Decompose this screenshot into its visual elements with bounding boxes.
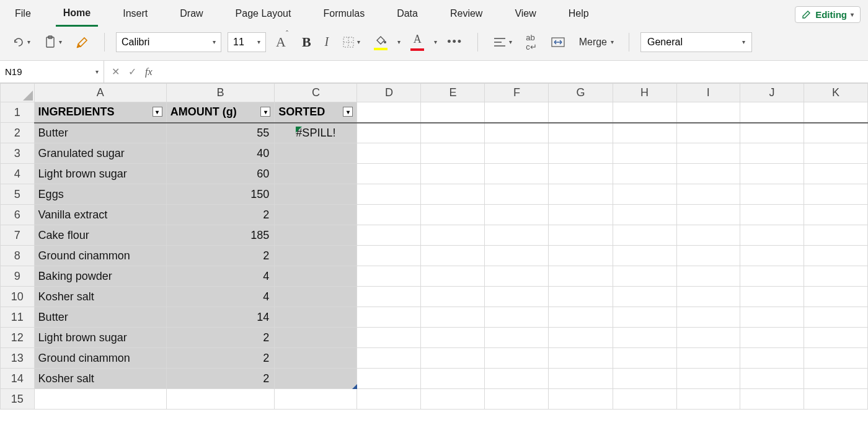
cell[interactable] (804, 225, 867, 246)
cell[interactable] (357, 123, 421, 143)
cell[interactable] (613, 184, 676, 205)
cell-amount[interactable]: 4 (166, 287, 275, 307)
cell[interactable] (357, 307, 421, 328)
cell[interactable] (34, 389, 166, 410)
cell[interactable] (421, 143, 485, 164)
cell-ingredient[interactable]: Butter (34, 123, 166, 143)
cell[interactable] (740, 184, 804, 205)
cell[interactable] (804, 369, 867, 389)
chevron-down-icon[interactable]: ▾ (397, 38, 401, 45)
cell-amount[interactable]: 14 (166, 307, 275, 328)
cell-amount[interactable]: 185 (166, 225, 275, 246)
name-box[interactable]: N19 ▾ (0, 61, 104, 83)
filter-dropdown-icon[interactable]: ▾ (260, 107, 270, 117)
cell[interactable] (549, 102, 613, 123)
cell[interactable] (676, 102, 740, 123)
cell-ingredient[interactable]: Light brown sugar (34, 164, 166, 184)
cell[interactable] (421, 328, 485, 348)
cell[interactable] (485, 225, 549, 246)
cell[interactable] (357, 246, 421, 266)
undo-button[interactable]: ▾ (9, 34, 34, 51)
row-header[interactable]: 2 (1, 123, 35, 143)
wrap-text-button[interactable]: abc↵ (522, 30, 541, 54)
cell[interactable] (421, 246, 485, 266)
more-options-button[interactable]: ••• (443, 33, 466, 51)
cell[interactable] (676, 164, 740, 184)
cell[interactable] (357, 225, 421, 246)
cell[interactable] (613, 123, 676, 143)
font-color-button[interactable]: A (407, 30, 428, 53)
cell-spill-error[interactable]: #SPILL! (275, 123, 357, 143)
cell[interactable] (357, 389, 421, 410)
cell[interactable] (421, 307, 485, 328)
tab-insert[interactable]: Insert (115, 3, 155, 25)
table-header-amount[interactable]: AMOUNT (g)▾ (166, 102, 275, 123)
cell[interactable] (676, 184, 740, 205)
tab-review[interactable]: Review (443, 3, 490, 25)
merge-icon-button[interactable] (547, 34, 569, 51)
cell[interactable] (549, 164, 613, 184)
cell[interactable] (275, 143, 357, 164)
filter-dropdown-icon[interactable]: ▾ (153, 107, 162, 117)
tab-file[interactable]: File (7, 3, 38, 25)
cell[interactable] (676, 389, 740, 410)
cell[interactable] (740, 389, 804, 410)
spreadsheet-grid[interactable]: A B C D E F G H I J K 1 INGREDIENTS▾ AMO… (0, 83, 868, 430)
cancel-x-icon[interactable]: ✕ (112, 66, 120, 78)
cell[interactable] (357, 205, 421, 225)
cell[interactable] (166, 389, 275, 410)
cell[interactable] (485, 123, 549, 143)
cell[interactable] (549, 266, 613, 287)
cell[interactable] (740, 287, 804, 307)
font-size-select[interactable]: 11 ▾ (228, 32, 266, 52)
cell-amount[interactable]: 2 (166, 369, 275, 389)
col-header-H[interactable]: H (613, 84, 676, 102)
cell[interactable] (613, 287, 676, 307)
row-header[interactable]: 12 (1, 328, 35, 348)
chevron-down-icon[interactable]: ▾ (434, 38, 437, 45)
row-header[interactable]: 6 (1, 205, 35, 225)
cell[interactable] (421, 102, 485, 123)
cell[interactable] (421, 369, 485, 389)
cell[interactable] (676, 205, 740, 225)
cell[interactable] (613, 164, 676, 184)
cell[interactable] (676, 246, 740, 266)
cell-ingredient[interactable]: Eggs (34, 184, 166, 205)
cell[interactable] (549, 348, 613, 369)
cell[interactable] (549, 123, 613, 143)
cell[interactable] (740, 123, 804, 143)
confirm-check-icon[interactable]: ✓ (128, 66, 136, 78)
number-format-select[interactable]: General ▾ (640, 32, 752, 52)
cell[interactable] (485, 287, 549, 307)
cell[interactable] (676, 225, 740, 246)
col-header-I[interactable]: I (676, 84, 740, 102)
fill-color-button[interactable] (370, 32, 391, 53)
filter-dropdown-icon[interactable]: ▾ (343, 107, 353, 117)
cell[interactable] (357, 328, 421, 348)
cell[interactable] (485, 307, 549, 328)
cell[interactable] (485, 205, 549, 225)
col-header-B[interactable]: B (166, 84, 275, 102)
cell[interactable] (357, 184, 421, 205)
cell[interactable] (549, 328, 613, 348)
cell-amount[interactable]: 40 (166, 143, 275, 164)
cell[interactable] (804, 266, 867, 287)
cell[interactable] (804, 287, 867, 307)
cell[interactable] (804, 389, 867, 410)
col-header-F[interactable]: F (485, 84, 549, 102)
cell[interactable] (421, 184, 485, 205)
borders-button[interactable]: ▾ (339, 34, 364, 51)
cell[interactable] (740, 164, 804, 184)
cell[interactable] (275, 307, 357, 328)
cell[interactable] (676, 369, 740, 389)
cell-ingredient[interactable]: Baking powder (34, 266, 166, 287)
cell[interactable] (613, 143, 676, 164)
select-all-corner[interactable] (1, 84, 35, 102)
cell-amount[interactable]: 2 (166, 246, 275, 266)
col-header-A[interactable]: A (34, 84, 166, 102)
col-header-G[interactable]: G (549, 84, 613, 102)
cell[interactable] (275, 328, 357, 348)
cell[interactable] (275, 287, 357, 307)
row-header[interactable]: 8 (1, 246, 35, 266)
cell[interactable] (549, 225, 613, 246)
